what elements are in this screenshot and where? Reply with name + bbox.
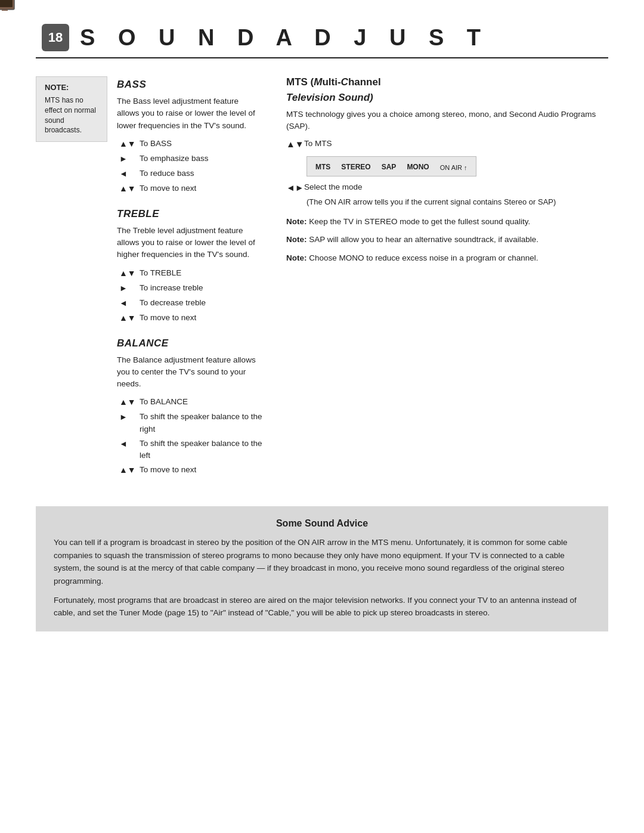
right-column: MTS (Multi-Channel Television Sound) MTS… [286,76,608,490]
header: 18 S O U N D A D J U S T [36,24,608,58]
bass-desc: The Bass level adjustment feature allows… [117,95,262,132]
advice-title: Some Sound Advice [54,518,590,529]
ud-arrow-icon: ▲▼ [119,138,137,150]
left-column: NOTE: MTS has no effect on normal sound … [36,76,262,490]
list-item: ◄ To reduce bass [119,168,262,180]
note-box: NOTE: MTS has no effect on normal sound … [36,76,107,490]
treble-title: TREBLE [117,208,262,220]
svg-rect-2 [2,10,8,11]
balance-desc: The Balance adjustment feature allows yo… [117,354,262,391]
page-title: S O U N D A D J U S T [80,25,489,51]
bass-instructions: ▲▼ To BASS ► To emphasize bass ◄ To redu… [117,138,262,195]
mts-onair-label: ON AIR ↑ [440,164,467,171]
list-item: ▲▼ To move to next [119,464,262,476]
ud-arrow-icon: ▲▼ [119,396,137,408]
page: 18 S O U N D A D J U S T NOTE: MTS has n… [0,0,644,833]
list-item: ▲▼ To TREBLE [119,267,262,280]
bass-section: BASS The Bass level adjustment feature a… [117,79,262,195]
list-item: ► To increase treble [119,282,262,295]
left-arrow-icon: ◄ [119,168,137,180]
tv-icon [0,0,16,11]
svg-rect-1 [0,0,13,7]
instr-text: To move to next [140,464,262,476]
lr-arrow-icon: ◄► [286,182,304,193]
advice-paragraph-1: You can tell if a program is broadcast i… [54,536,590,587]
mts-option-mts: MTS [315,163,330,171]
bass-title: BASS [117,79,262,91]
list-item: ▲▼ To BALANCE [119,396,262,408]
left-arrow-icon: ◄ [119,297,137,309]
list-item: ▲▼ To move to next [119,182,262,195]
ud-arrow-icon: ▲▼ [119,464,137,476]
right-arrow-icon: ► [119,153,137,165]
left-arrow-icon: ◄ [119,438,137,450]
ud-arrow-icon: ▲▼ [119,312,137,324]
right-arrow-icon: ► [119,411,137,423]
instr-text: To BALANCE [140,396,262,408]
main-content: NOTE: MTS has no effect on normal sound … [36,76,608,490]
left-sections: BASS The Bass level adjustment feature a… [117,76,262,490]
ud-arrow-icon: ▲▼ [119,267,137,280]
mts-option-mono: MONO [407,163,429,171]
list-item: ► To emphasize bass [119,153,262,165]
mts-section: MTS (Multi-Channel Television Sound) MTS… [286,76,608,264]
mts-note-1: Note: Keep the TV in STEREO mode to get … [286,216,608,228]
list-item: ▲▼ To move to next [119,312,262,324]
right-arrow-icon: ► [119,282,137,295]
note-container: NOTE: MTS has no effect on normal sound … [36,76,107,142]
advice-box: Some Sound Advice You can tell if a prog… [36,506,608,631]
mts-option-sap: SAP [382,163,397,171]
mts-display-box: MTS STEREO SAP MONO ON AIR ↑ [306,156,476,176]
instr-text: To shift the speaker balance to the left [140,438,262,462]
mts-to-label: To MTS [304,139,332,148]
instr-text: To increase treble [140,282,262,294]
treble-desc: The Treble level adjustment feature allo… [117,225,262,261]
mts-title-line1: MTS (Multi-Channel [286,76,381,88]
mts-option-stereo: STEREO [341,163,370,171]
left-inner: NOTE: MTS has no effect on normal sound … [36,76,262,490]
note-label-2: Note: [286,235,309,244]
select-mode-label: Select the mode [304,182,363,191]
list-item: ▲▼ To BASS [119,138,262,150]
list-item: ► To shift the speaker balance to the ri… [119,411,262,435]
mts-desc: MTS technology gives you a choice among … [286,109,608,133]
instr-text: To move to next [140,312,262,324]
select-mode-row: ◄► Select the mode [286,182,608,193]
note-label: NOTE: [45,83,98,92]
mts-note-2: Note: SAP will allow you to hear an alte… [286,234,608,246]
instr-text: To move to next [140,182,262,194]
instr-text: To TREBLE [140,267,262,279]
ud-arrow-icon: ▲▼ [119,182,137,195]
instr-text: To emphasize bass [140,153,262,165]
list-item: ◄ To shift the speaker balance to the le… [119,438,262,462]
balance-section: BALANCE The Balance adjustment feature a… [117,337,262,477]
treble-section: TREBLE The Treble level adjustment featu… [117,208,262,324]
instr-text: To reduce bass [140,168,262,179]
note-text-3: Choose MONO to reduce excess noise in a … [309,253,538,262]
note-text-2: SAP will allow you to hear an alternativ… [309,235,538,244]
page-number: 18 [42,24,69,51]
note-label-1: Note: [286,217,309,226]
ud-arrow-icon: ▲▼ [286,139,304,149]
mts-to-row: ▲▼ To MTS [286,139,608,149]
mts-title-line2: Television Sound) [286,92,608,104]
instr-text: To decrease treble [140,297,262,309]
note-text-1: Keep the TV in STEREO mode to get the fu… [309,217,530,226]
note-text: MTS has no effect on normal sound broadc… [45,95,98,135]
mts-note-3: Note: Choose MONO to reduce excess noise… [286,252,608,264]
mts-title-block: MTS (Multi-Channel [286,76,608,88]
instr-text: To BASS [140,138,262,150]
list-item: ◄ To decrease treble [119,297,262,309]
page-badge: 18 [36,24,69,51]
select-mode-note: (The ON AIR arrow tells you if the curre… [306,196,608,208]
treble-instructions: ▲▼ To TREBLE ► To increase treble ◄ To d… [117,267,262,324]
advice-paragraph-2: Fortunately, most programs that are broa… [54,594,590,620]
instr-text: To shift the speaker balance to the righ… [140,411,262,435]
note-label-3: Note: [286,253,309,262]
balance-instructions: ▲▼ To BALANCE ► To shift the speaker bal… [117,396,262,476]
mts-onair: ON AIR ↑ [440,164,467,171]
balance-title: BALANCE [117,337,262,349]
